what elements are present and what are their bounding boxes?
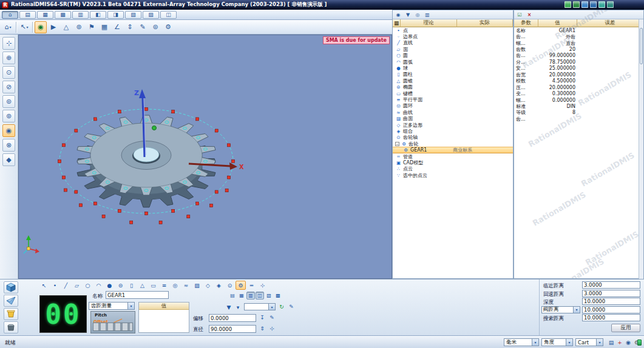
dropdown-arrow-icon[interactable]: ▾ (27, 25, 29, 29)
tree-item-gear1[interactable]: ⚙GEAR1商业标系 (393, 147, 513, 153)
param-row[interactable]: 齿...99.000000 (514, 53, 643, 59)
view-columns-icon[interactable]: ▥ (246, 292, 255, 299)
param-row[interactable]: 压...20.000000 (514, 84, 643, 90)
view-grid-icon[interactable]: ▦ (237, 292, 246, 299)
settings-gear-icon[interactable]: ⚙ (162, 21, 174, 33)
tab-view[interactable]: ▤ (19, 11, 36, 19)
dropdown-arrow-icon[interactable]: ▾ (573, 307, 580, 313)
tree-item[interactable]: ▭键槽 (393, 90, 513, 96)
updown-icon[interactable]: ⇕ (258, 324, 266, 332)
polygon-icon[interactable]: ◇ (203, 281, 213, 290)
tab-program[interactable]: ▧ (125, 11, 141, 19)
remote-screen-icon[interactable] (564, 1, 571, 8)
pencil-icon[interactable]: ✎ (137, 21, 149, 33)
view-cube-icon[interactable] (4, 281, 18, 293)
param-row[interactable]: 等级8 (514, 110, 643, 116)
tree-item[interactable]: •点 (393, 27, 513, 33)
tree-item[interactable]: ≡平行平面 (393, 96, 513, 102)
parallel-planes-icon[interactable]: ≡ (159, 281, 169, 290)
dock-panel-icon[interactable] (607, 1, 614, 8)
tree-item[interactable]: −⚙齿轮 (393, 141, 513, 147)
spray-icon[interactable]: ⊛ (73, 21, 85, 33)
param-row[interactable]: 安...25.000000 (514, 65, 643, 72)
view-split-icon[interactable]: ◫ (256, 292, 264, 299)
select-icon[interactable]: ↖ (39, 281, 49, 290)
visibility-icon[interactable]: ◎ (413, 11, 422, 18)
tree-item[interactable]: ▣CAD模型 (393, 159, 513, 166)
tree-item[interactable]: ⊙齿轮轴 (393, 135, 513, 141)
param-row[interactable]: 齿宽20.000000 (514, 72, 643, 78)
slot-icon[interactable]: ▭ (148, 281, 158, 290)
status-probe-icon[interactable]: + (615, 338, 624, 346)
value-table[interactable]: 值 (138, 302, 189, 333)
select-arrow-icon[interactable]: ↖▾ (18, 21, 30, 33)
refresh-icon[interactable]: ↻ (277, 303, 286, 310)
tree-item[interactable]: △圆锥 (393, 78, 513, 84)
cone-icon[interactable]: △ (137, 281, 147, 290)
line-icon[interactable]: ╱ (61, 281, 71, 290)
cylinder-icon[interactable]: ▯ (126, 281, 137, 290)
tree-item[interactable]: ╱直线 (393, 40, 513, 46)
param-row[interactable]: 变...0.300000 (514, 90, 643, 96)
param-row[interactable]: 分...78.750000 (514, 59, 643, 65)
sma-update-notice[interactable]: SMA is due for update (323, 36, 390, 44)
arc-icon[interactable]: ◠ (93, 281, 104, 290)
tree-item[interactable]: ▱面 (393, 46, 513, 52)
apply-button[interactable]: 应用 (611, 324, 640, 332)
dropdown-arrow-icon[interactable]: ▾ (9, 25, 11, 29)
ring-icon[interactable]: ⊚ (149, 21, 161, 33)
tree-item[interactable]: ▨曲面 (393, 115, 513, 121)
tree-item[interactable]: ◎圆环 (393, 103, 513, 109)
field-input[interactable] (582, 306, 640, 313)
tab-machine[interactable]: ▩ (55, 11, 71, 19)
layout-panels-icon[interactable] (590, 1, 597, 8)
ink-pot-icon[interactable] (4, 321, 18, 333)
close-icon[interactable]: × (525, 11, 534, 18)
grid-view-icon[interactable] (573, 1, 580, 8)
probe-sphere-icon[interactable]: ◉ (35, 21, 47, 33)
edit-note-icon[interactable]: ✎ (287, 303, 296, 310)
gear-3d-scene[interactable]: ZX (19, 35, 392, 279)
home-icon[interactable]: ⌂▾ (2, 21, 14, 33)
columns-icon[interactable]: ▥ (423, 11, 432, 18)
dropdown-arrow-icon[interactable]: ▾ (596, 339, 603, 346)
dropdown-arrow-icon[interactable]: ▾ (532, 339, 538, 346)
view-panel-icon[interactable]: ▩ (274, 292, 282, 299)
funnel-dropdown-icon[interactable]: ▾ (234, 303, 242, 311)
torus-icon[interactable]: ◎ (170, 281, 180, 290)
tab-probe[interactable]: ▦ (37, 11, 53, 19)
tree-item[interactable]: ═管道 (393, 153, 513, 159)
param-row[interactable]: 齿...外齿 (514, 33, 643, 39)
param-header-value[interactable]: 值 (538, 19, 577, 27)
tree-item[interactable]: ⊜椭圆 (393, 84, 513, 90)
param-row[interactable]: 齿... (514, 116, 643, 122)
param-row[interactable]: 名称GEAR1 (514, 27, 643, 33)
gear-axis-icon[interactable]: ⊙ (225, 281, 235, 290)
param-header-error[interactable]: 误差 (577, 19, 643, 27)
param-row[interactable]: 标准DIN (514, 103, 643, 109)
measure-mode-combo[interactable]: 齿距测量 ▾ (89, 302, 135, 310)
field-input[interactable] (582, 281, 640, 289)
collapse-icon[interactable]: − (395, 142, 399, 146)
view-rows-icon[interactable]: ▧ (265, 292, 273, 299)
curve-icon[interactable]: ≈ (181, 281, 191, 290)
target-pick-icon[interactable]: ⊹ (268, 324, 276, 332)
offset-input[interactable] (209, 314, 256, 322)
param-row[interactable]: 螺...0.000000 (514, 97, 643, 103)
tab-settings[interactable]: ◫ (160, 11, 177, 19)
flag-icon[interactable]: ⚑ (86, 21, 98, 33)
tree-item[interactable]: ◇正多边形 (393, 122, 513, 128)
play-icon[interactable]: ▶ (47, 21, 59, 33)
plane-icon[interactable]: ▱ (72, 281, 82, 290)
angle-combo[interactable]: 角度 ▾ (541, 338, 573, 346)
fly-plane-icon[interactable] (4, 295, 18, 307)
valve-distance-combo[interactable]: 阀距离▾ (541, 306, 580, 313)
probe-otimes-icon[interactable]: ⊗ (2, 139, 15, 152)
pipe-icon[interactable]: ═ (246, 281, 257, 290)
tree-item[interactable]: ◈组合 (393, 128, 513, 134)
note-edit-icon[interactable]: ✎ (268, 313, 276, 321)
tree-item[interactable]: ≈曲线 (393, 109, 513, 115)
dropdown-arrow-icon[interactable]: ▾ (566, 339, 572, 346)
tab-home[interactable]: ⌂ (2, 11, 18, 19)
field-input[interactable] (582, 290, 640, 297)
